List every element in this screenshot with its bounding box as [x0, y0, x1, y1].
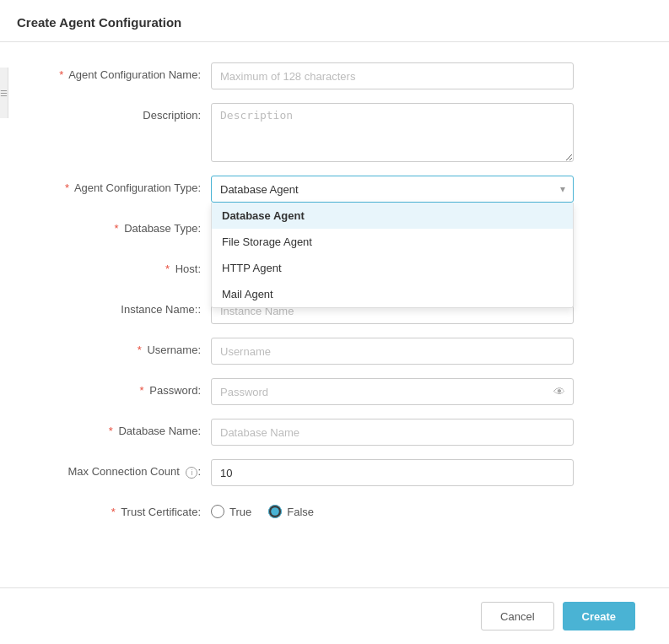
sidebar-toggle[interactable]: ☰: [0, 68, 8, 118]
agent-config-type-wrapper[interactable]: Database Agent File Storage Agent HTTP A…: [211, 176, 574, 203]
description-input[interactable]: [211, 103, 574, 162]
trust-certificate-row: * Trust Certificate: True False: [51, 500, 635, 518]
dropdown-item-file-storage-agent[interactable]: File Storage Agent: [212, 229, 573, 255]
username-label: * Username:: [51, 338, 211, 356]
dropdown-item-mail-agent[interactable]: Mail Agent: [212, 281, 573, 307]
page-header: Create Agent Configuration: [0, 0, 669, 42]
footer-buttons: Cancel Create: [0, 587, 669, 644]
trust-certificate-label: * Trust Certificate:: [51, 500, 211, 518]
password-row: * Password: 👁: [51, 378, 635, 405]
dropdown-menu[interactable]: Database Agent File Storage Agent HTTP A…: [211, 203, 574, 308]
database-name-row: * Database Name:: [51, 419, 635, 446]
info-icon[interactable]: i: [186, 467, 197, 479]
instance-name-label: Instance Name::: [51, 297, 211, 316]
agent-config-name-label: * Agent Configuration Name:: [51, 62, 211, 81]
required-star-db-name: *: [109, 425, 113, 437]
form-container: * Agent Configuration Name: Description:…: [0, 42, 669, 552]
menu-icon: ☰: [0, 89, 8, 98]
username-row: * Username:: [51, 338, 635, 365]
trust-true-radio[interactable]: [211, 505, 224, 518]
trust-false-radio[interactable]: [268, 505, 282, 518]
max-connection-label: Max Connection Count i:: [51, 459, 211, 479]
dropdown-item-http-agent[interactable]: HTTP Agent: [212, 255, 573, 281]
description-label: Description:: [51, 103, 211, 122]
eye-icon[interactable]: 👁: [553, 385, 565, 398]
password-input[interactable]: [211, 378, 574, 405]
dropdown-item-database-agent[interactable]: Database Agent: [212, 203, 573, 229]
max-connection-input[interactable]: 10: [211, 459, 574, 486]
required-star-password: *: [140, 384, 144, 397]
database-name-label: * Database Name:: [51, 419, 211, 437]
create-button[interactable]: Create: [563, 602, 635, 630]
password-label: * Password:: [51, 378, 211, 397]
database-name-input[interactable]: [211, 419, 574, 446]
description-row: Description:: [51, 103, 635, 162]
trust-true-label[interactable]: True: [211, 505, 251, 518]
agent-config-type-row: * Agent Configuration Type: Database Age…: [51, 176, 635, 203]
page-title: Create Agent Configuration: [17, 15, 181, 30]
trust-false-label[interactable]: False: [268, 505, 314, 518]
agent-config-name-input[interactable]: [211, 62, 574, 89]
required-star-db-type: *: [114, 222, 118, 235]
agent-config-type-select[interactable]: Database Agent File Storage Agent HTTP A…: [211, 176, 574, 203]
agent-config-name-row: * Agent Configuration Name:: [51, 62, 635, 89]
required-star-host: *: [165, 262, 170, 275]
username-input[interactable]: [211, 338, 574, 365]
password-wrapper: 👁: [211, 378, 574, 405]
required-star-username: *: [138, 344, 142, 356]
required-star-type: *: [65, 181, 69, 194]
agent-config-type-label: * Agent Configuration Type:: [51, 176, 211, 194]
required-star-trust: *: [111, 506, 116, 518]
max-connection-row: Max Connection Count i: 10: [51, 459, 635, 486]
database-type-label: * Database Type:: [51, 216, 211, 235]
cancel-button[interactable]: Cancel: [481, 602, 553, 630]
trust-certificate-radio-group: True False: [211, 500, 314, 518]
host-label: * Host:: [51, 257, 211, 275]
required-star: *: [59, 68, 63, 81]
